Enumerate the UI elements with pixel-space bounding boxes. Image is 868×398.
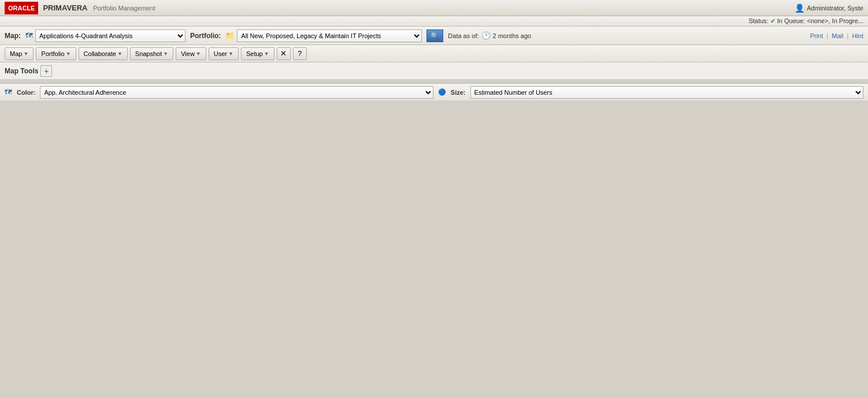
setup-button[interactable]: Setup ▼ [241,47,275,60]
view-dropdown-arrow: ▼ [196,51,201,57]
setup-dropdown-arrow: ▼ [264,51,269,57]
portfolio-dropdown-arrow: ▼ [66,51,71,57]
maptools-panel: Map Tools + [0,62,868,80]
bottom-bar: 🗺 Color: App. Architectural Adherence 🔵 … [0,83,868,101]
user-icon: 👤 [795,3,804,13]
help-button[interactable]: ? [293,47,307,60]
oracle-logo: ORACLE [5,2,38,14]
status-bar: Status: ✔ In Queue: <none>, In Progre... [0,16,868,27]
mail-link[interactable]: Mail [832,32,843,39]
color-icon: 🗺 [5,88,12,96]
color-select[interactable]: App. Architectural Adherence [40,86,433,99]
collaborate-button[interactable]: Collaborate ▼ [79,47,128,60]
map-button[interactable]: Map ▼ [5,47,34,60]
portfolio-select[interactable]: All New, Proposed, Legacy & Maintain IT … [237,29,422,42]
size-icon: 🔵 [438,88,446,96]
map-portfolio-row: Map: 🗺 Applications 4-Quadrant Analysis … [0,27,868,45]
color-label: Color: [17,89,35,96]
snapshot-dropdown-arrow: ▼ [163,51,168,57]
chart-area: Domain: Applications Total value of 'Est… [2,82,866,83]
collaborate-dropdown-arrow: ▼ [117,51,123,57]
search-button[interactable]: 🔍 [426,29,443,42]
user-button[interactable]: User ▼ [209,47,239,60]
view-button[interactable]: View ▼ [176,47,206,60]
map-select-icon: 🗺 [25,31,33,40]
app-title: PRIMAVERA Portfolio Management [43,3,795,12]
top-links: Print | Mail | Hint [810,32,863,39]
toolbar: Map ▼ Portfolio ▼ Collaborate ▼ Snapshot… [0,45,868,62]
snapshot-button[interactable]: Snapshot ▼ [130,47,173,60]
data-as-of: Data as of: 🕐 2 months ago [448,31,531,40]
print-link[interactable]: Print [810,32,824,39]
clock-icon: 🕐 [481,31,491,40]
status-check-icon: ✔ [770,17,776,24]
portfolio-folder-icon: 📁 [225,31,235,40]
user-dropdown-arrow: ▼ [228,51,233,57]
map-dropdown-arrow: ▼ [23,51,28,57]
top-right-user: 👤 Administrator, Syste [795,3,863,13]
size-label: Size: [451,89,466,96]
maptools-title: Map Tools [5,67,38,75]
map-select[interactable]: Applications 4-Quadrant Analysis [35,29,186,42]
clear-button[interactable]: ✕ [277,47,291,60]
size-select[interactable]: Estimated Number of Users [470,86,863,99]
map-label: Map: [5,32,21,40]
portfolio-label: Portfolio: [190,32,221,40]
hint-link[interactable]: Hint [852,32,863,39]
maptools-add-button[interactable]: + [40,65,52,77]
portfolio-button[interactable]: Portfolio ▼ [36,47,76,60]
